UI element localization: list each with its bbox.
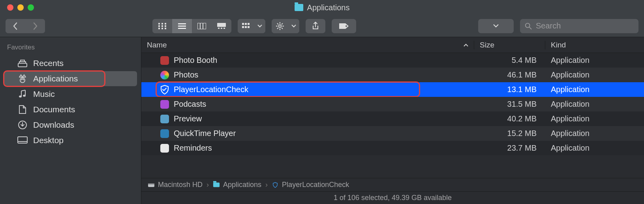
svg-rect-17 bbox=[221, 28, 222, 29]
svg-rect-37 bbox=[18, 63, 27, 67]
path-segment[interactable]: Applications bbox=[213, 181, 261, 189]
window-title: Applications bbox=[295, 3, 350, 12]
svg-rect-39 bbox=[21, 60, 24, 62]
svg-rect-7 bbox=[161, 28, 163, 29]
file-name: Photos bbox=[174, 70, 198, 79]
chevron-down-icon bbox=[254, 19, 265, 33]
svg-point-41 bbox=[20, 78, 25, 83]
column-header-kind[interactable]: Kind bbox=[545, 41, 644, 49]
gear-icon bbox=[276, 22, 284, 30]
list-view-button[interactable] bbox=[172, 19, 192, 33]
zoom-window-button[interactable] bbox=[28, 4, 34, 11]
file-row[interactable]: Preview 40.2 MB Application bbox=[141, 111, 644, 126]
sidebar-item-music[interactable]: Music bbox=[4, 87, 137, 102]
tag-icon bbox=[338, 23, 349, 30]
gallery-view-button[interactable] bbox=[212, 19, 231, 33]
toolbar bbox=[0, 15, 644, 37]
forward-button[interactable] bbox=[25, 19, 45, 33]
sidebar-item-desktop[interactable]: Desktop bbox=[4, 133, 137, 148]
minimize-window-button[interactable] bbox=[17, 4, 24, 11]
svg-rect-20 bbox=[245, 23, 247, 25]
svg-line-30 bbox=[277, 23, 278, 25]
file-name-cell: QuickTime Player bbox=[141, 129, 474, 138]
file-size: 31.5 MB bbox=[474, 100, 545, 109]
chevron-down-icon bbox=[493, 24, 499, 28]
path-segment[interactable]: PlayerLocationCheck bbox=[272, 181, 349, 189]
column-headers: Name Size Kind bbox=[141, 37, 644, 53]
svg-rect-3 bbox=[158, 25, 160, 27]
svg-point-43 bbox=[23, 94, 26, 96]
sidebar-item-recents[interactable]: Recents bbox=[4, 56, 137, 71]
group-by-button[interactable] bbox=[238, 19, 265, 33]
app-icon bbox=[160, 71, 169, 79]
chevron-down-icon bbox=[288, 19, 299, 33]
sidebar-item-downloads[interactable]: Downloads bbox=[4, 117, 137, 132]
tags-button[interactable] bbox=[332, 19, 356, 33]
file-kind: Application bbox=[545, 70, 644, 79]
chevron-left-icon bbox=[13, 22, 18, 30]
svg-point-34 bbox=[345, 25, 347, 27]
svg-rect-4 bbox=[161, 25, 163, 27]
search-field[interactable] bbox=[520, 19, 638, 33]
chevron-right-icon: › bbox=[265, 181, 268, 189]
file-row[interactable]: Photo Booth 5.4 MB Application bbox=[141, 53, 644, 68]
column-header-size[interactable]: Size bbox=[474, 41, 545, 49]
svg-rect-6 bbox=[158, 28, 160, 29]
sort-asc-icon bbox=[464, 43, 468, 47]
app-icon bbox=[160, 100, 169, 109]
file-row[interactable]: Reminders 23.7 MB Application bbox=[141, 141, 644, 155]
group-icon-part bbox=[238, 19, 254, 33]
app-icon bbox=[160, 115, 169, 123]
svg-rect-16 bbox=[218, 28, 220, 29]
search-input[interactable] bbox=[536, 21, 634, 30]
group-icon bbox=[242, 23, 250, 29]
file-row[interactable]: Photos 46.1 MB Application bbox=[141, 68, 644, 82]
column-header-name[interactable]: Name bbox=[141, 41, 474, 49]
folder-icon bbox=[295, 4, 303, 11]
columns-icon bbox=[197, 23, 206, 29]
svg-rect-21 bbox=[248, 23, 250, 25]
app-icon bbox=[160, 144, 169, 153]
share-button[interactable] bbox=[306, 19, 325, 33]
action-menu-button[interactable] bbox=[272, 19, 299, 33]
file-name: Preview bbox=[174, 114, 202, 123]
file-name-cell: Photo Booth bbox=[141, 56, 474, 65]
file-name: QuickTime Player bbox=[174, 129, 236, 138]
app-icon bbox=[160, 129, 169, 138]
path-bar: Macintosh HD›Applications›PlayerLocation… bbox=[141, 178, 644, 191]
file-kind: Application bbox=[545, 144, 644, 153]
dropdown-button[interactable] bbox=[478, 19, 514, 33]
file-name: PlayerLocationCheck bbox=[174, 85, 248, 94]
svg-rect-18 bbox=[223, 28, 225, 29]
chevron-right-icon: › bbox=[207, 181, 209, 189]
svg-rect-10 bbox=[178, 25, 186, 26]
back-button[interactable] bbox=[6, 19, 25, 33]
column-view-button[interactable] bbox=[192, 19, 212, 33]
svg-rect-2 bbox=[165, 23, 166, 25]
sidebar-item-label: Recents bbox=[33, 59, 64, 68]
sidebar-item-documents[interactable]: Documents bbox=[4, 102, 137, 117]
svg-rect-24 bbox=[248, 26, 250, 28]
icon-view-button[interactable] bbox=[152, 19, 172, 33]
app-icon bbox=[160, 56, 169, 65]
documents-icon bbox=[17, 104, 28, 115]
file-size: 23.7 MB bbox=[474, 144, 545, 153]
file-row[interactable]: Podcasts 31.5 MB Application bbox=[141, 97, 644, 111]
svg-line-31 bbox=[282, 28, 283, 29]
file-row[interactable]: PlayerLocationCheck 13.1 MB Application bbox=[141, 82, 644, 97]
window-title-text: Applications bbox=[307, 3, 350, 12]
close-window-button[interactable] bbox=[7, 4, 13, 11]
file-size: 5.4 MB bbox=[474, 56, 545, 65]
path-segment[interactable]: Macintosh HD bbox=[148, 181, 203, 189]
file-row[interactable]: QuickTime Player 15.2 MB Application bbox=[141, 126, 644, 141]
file-kind: Application bbox=[545, 100, 644, 109]
sidebar-item-label: Documents bbox=[33, 105, 75, 114]
svg-point-35 bbox=[526, 23, 530, 27]
file-name-cell: PlayerLocationCheck bbox=[141, 85, 474, 94]
app-icon bbox=[160, 85, 169, 94]
sidebar-item-applications[interactable]: Applications bbox=[4, 71, 137, 86]
applications-icon bbox=[17, 74, 28, 84]
sidebar-item-label: Downloads bbox=[33, 120, 74, 130]
file-name: Podcasts bbox=[174, 100, 206, 109]
window-controls bbox=[7, 4, 34, 11]
